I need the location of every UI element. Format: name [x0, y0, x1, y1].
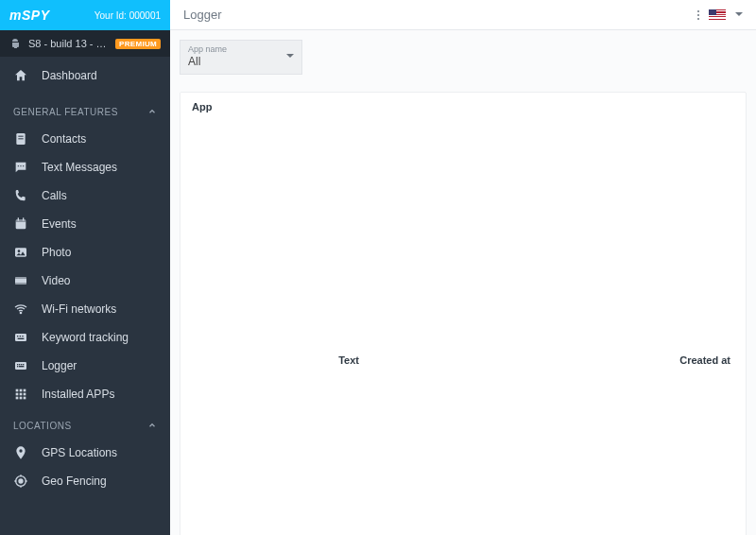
android-icon [9, 38, 21, 49]
section-general-items: ContactsText MessagesCallsEventsPhotoVid… [0, 125, 170, 408]
svg-rect-24 [21, 364, 22, 365]
svg-rect-28 [16, 389, 19, 392]
svg-rect-33 [24, 393, 26, 396]
spacer [0, 495, 170, 514]
svg-rect-7 [16, 219, 26, 222]
svg-rect-27 [19, 366, 24, 367]
sms-icon [13, 160, 28, 175]
svg-rect-26 [17, 366, 18, 367]
sidebar-item-call[interactable]: Calls [0, 181, 170, 210]
sidebar-item-sms[interactable]: Text Messages [0, 153, 170, 181]
video-icon [13, 273, 28, 288]
contacts-icon [13, 131, 28, 147]
section-title: GENERAL FEATURES [13, 107, 118, 117]
col-app[interactable]: App [180, 93, 303, 535]
svg-rect-2 [18, 138, 23, 139]
photo-icon [13, 245, 28, 260]
sidebar-item-dashboard[interactable]: Dashboard [0, 57, 170, 95]
sidebar-item-label: Dashboard [42, 69, 97, 82]
sidebar-item-calendar[interactable]: Events [0, 210, 170, 238]
wifi-icon [13, 302, 28, 317]
svg-rect-30 [24, 389, 26, 392]
sidebar-scroll[interactable]: Dashboard GENERAL FEATURES ContactsText … [0, 57, 170, 535]
sidebar-item-logger[interactable]: Logger [0, 352, 170, 380]
app-root: mSPY Your Id: 000001 S8 - build 13 - 5..… [0, 0, 756, 535]
sidebar-item-label: Installed APPs [42, 388, 114, 401]
svg-rect-8 [18, 217, 19, 220]
svg-rect-29 [20, 389, 23, 392]
topbar: Logger [170, 0, 756, 30]
content: App name All App Text Created at ChromeB… [170, 30, 756, 535]
svg-rect-36 [24, 397, 26, 400]
svg-rect-23 [19, 364, 20, 365]
sidebar-item-label: Events [42, 217, 77, 231]
topbar-tools [697, 9, 743, 21]
table-header-row: App Text Created at [180, 93, 746, 535]
section-title: LOCATIONS [13, 421, 72, 431]
flag-us-icon[interactable] [709, 9, 726, 21]
svg-point-38 [19, 479, 23, 483]
svg-rect-17 [17, 336, 18, 337]
filter-value: All [188, 55, 294, 68]
brand-bar: mSPY Your Id: 000001 [0, 0, 170, 30]
home-icon [13, 68, 28, 83]
section-locations-items: GPS LocationsGeo Fencing [0, 439, 170, 495]
calendar-icon [13, 216, 28, 232]
call-icon [13, 188, 28, 203]
sidebar-item-pin[interactable]: GPS Locations [0, 439, 170, 467]
svg-rect-31 [16, 393, 19, 396]
sidebar-item-video[interactable]: Video [0, 267, 170, 295]
sidebar-item-wifi[interactable]: Wi-Fi networks [0, 295, 170, 323]
logger-icon [13, 358, 28, 373]
svg-rect-13 [15, 277, 26, 279]
svg-rect-1 [18, 136, 23, 137]
sidebar-item-label: Wi-Fi networks [42, 302, 116, 316]
svg-point-11 [18, 250, 21, 252]
app-filter-dropdown[interactable]: App name All [180, 40, 302, 75]
sidebar-item-label: Contacts [42, 132, 86, 146]
chevron-up-icon [147, 107, 157, 116]
pin-icon [13, 445, 28, 460]
svg-rect-25 [23, 364, 24, 365]
sidebar-item-label: GPS Locations [42, 446, 117, 459]
svg-rect-32 [20, 393, 23, 396]
svg-rect-34 [16, 397, 19, 400]
sidebar-item-label: Calls [42, 189, 67, 202]
sidebar-item-label: Video [42, 274, 70, 287]
sidebar-section-general[interactable]: GENERAL FEATURES [0, 98, 170, 125]
sidebar-item-apps[interactable]: Installed APPs [0, 380, 170, 408]
geofence-icon [13, 474, 28, 489]
svg-rect-14 [15, 283, 26, 285]
sidebar-item-label: Keyword tracking [42, 331, 129, 344]
premium-badge: PREMIUM [115, 39, 161, 49]
sidebar-section-locations[interactable]: LOCATIONS [0, 412, 170, 439]
svg-point-5 [23, 165, 24, 166]
svg-rect-18 [20, 336, 21, 337]
svg-point-4 [20, 165, 21, 166]
sidebar-item-keyword[interactable]: Keyword tracking [0, 323, 170, 352]
keyword-icon [13, 330, 28, 345]
sidebar-item-photo[interactable]: Photo [0, 238, 170, 267]
language-caret-icon[interactable] [735, 12, 743, 20]
sidebar-item-geofence[interactable]: Geo Fencing [0, 467, 170, 495]
caret-down-icon [286, 54, 294, 61]
device-name: S8 - build 13 - 5... [28, 38, 108, 49]
svg-rect-9 [23, 217, 24, 220]
svg-point-3 [18, 165, 19, 166]
svg-rect-20 [18, 338, 25, 339]
sidebar-item-label: Geo Fencing [42, 475, 107, 488]
chevron-up-icon [147, 421, 157, 430]
col-created[interactable]: Created at [604, 93, 746, 535]
svg-rect-16 [15, 334, 26, 341]
svg-point-37 [19, 449, 22, 452]
sidebar-item-label: Logger [42, 359, 77, 372]
col-text[interactable]: Text [327, 93, 604, 535]
device-selector[interactable]: S8 - build 13 - 5... PREMIUM [0, 30, 170, 57]
sidebar-item-label: Photo [42, 246, 71, 259]
menu-icon[interactable] [697, 10, 699, 20]
apps-icon [13, 387, 28, 402]
sidebar-item-contacts[interactable]: Contacts [0, 125, 170, 153]
user-id: Your Id: 000001 [94, 10, 161, 21]
sidebar: mSPY Your Id: 000001 S8 - build 13 - 5..… [0, 0, 170, 535]
log-table: App Text Created at ChromeBookstores nea… [180, 92, 747, 535]
